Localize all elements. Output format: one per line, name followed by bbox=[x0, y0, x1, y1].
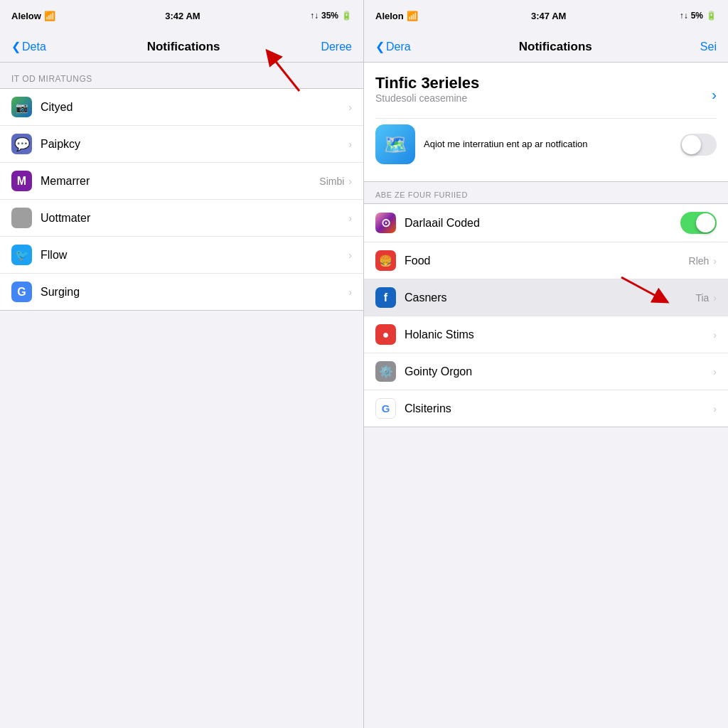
left-battery-icon: 🔋 bbox=[341, 11, 352, 21]
cityapp-label: Cityed bbox=[41, 101, 348, 114]
holanic-chevron-icon: › bbox=[713, 329, 717, 341]
list-item[interactable]: G Surging › bbox=[0, 274, 363, 310]
right-section-label: ABE ZE FOUR FURIIED bbox=[364, 182, 728, 203]
memarrer-badge: Simbi bbox=[319, 176, 344, 187]
fllow-label: Fllow bbox=[41, 249, 348, 262]
food-icon: 🍔 bbox=[375, 250, 396, 271]
right-carrier: Alelon bbox=[375, 11, 404, 21]
memarrer-label: Memarrer bbox=[41, 175, 319, 188]
right-back-label: Dera bbox=[386, 41, 411, 53]
surging-icon: G bbox=[11, 282, 32, 302]
list-item[interactable]: G Clsiterins › bbox=[364, 390, 728, 427]
right-wifi-icon: 📶 bbox=[407, 11, 418, 21]
left-chevron-icon: ❮ bbox=[11, 40, 21, 53]
left-section-header: IT OD MIRATUNGS bbox=[0, 63, 363, 88]
app-title-chevron-icon[interactable]: › bbox=[712, 87, 717, 103]
surging-chevron-icon: › bbox=[348, 287, 352, 298]
left-status-bar: Alelow 📶 3:42 AM ↑↓ 35% 🔋 bbox=[0, 0, 363, 31]
left-status-left: Alelow 📶 bbox=[11, 11, 55, 21]
list-item[interactable]: f Casners Tia › bbox=[364, 279, 728, 316]
right-back-button[interactable]: ❮ Dera bbox=[375, 40, 411, 53]
left-action-button[interactable]: Deree bbox=[321, 41, 352, 53]
left-back-label: Deta bbox=[22, 41, 46, 53]
darlaail-icon: ⊙ bbox=[375, 213, 396, 233]
list-item[interactable]: Uottmater › bbox=[0, 200, 363, 237]
list-item[interactable]: ⊙ Darlaail Coded bbox=[364, 204, 728, 242]
holanic-label: Holanic Stims bbox=[405, 328, 713, 341]
right-status-right: ↑↓ 5% 🔋 bbox=[680, 11, 717, 21]
gointy-label: Gointy Orgon bbox=[405, 365, 713, 378]
uottmater-chevron-icon: › bbox=[348, 213, 352, 224]
holanic-icon: ● bbox=[375, 324, 396, 345]
clsiterins-icon: G bbox=[375, 398, 396, 419]
list-item[interactable]: M Memarrer Simbi › bbox=[0, 163, 363, 200]
right-chevron-icon: ❮ bbox=[375, 40, 385, 53]
app-main-title: Tinfic 3erieles bbox=[375, 74, 479, 92]
right-status-time: 3:47 AM bbox=[531, 11, 566, 21]
right-signal-icon: ↑↓ bbox=[680, 11, 688, 21]
darlaail-toggle[interactable] bbox=[680, 212, 717, 234]
casners-icon: f bbox=[375, 287, 396, 308]
left-wifi-icon: 📶 bbox=[44, 11, 55, 21]
uottmater-icon bbox=[11, 208, 32, 228]
clsiterins-label: Clsiterins bbox=[405, 402, 713, 415]
cityapp-icon: 📷 bbox=[11, 97, 32, 117]
toggle-knob bbox=[682, 135, 701, 154]
right-status-bar: Alelon 📶 3:47 AM ↑↓ 5% 🔋 bbox=[364, 0, 728, 31]
casners-label: Casners bbox=[405, 291, 695, 304]
memarrer-chevron-icon: › bbox=[348, 176, 352, 187]
right-status-left: Alelon 📶 bbox=[375, 11, 418, 21]
left-app-list: 📷 Cityed › 💬 Paipkcy › M Memarrer Simbi … bbox=[0, 88, 363, 311]
papkcy-chevron-icon: › bbox=[348, 139, 352, 150]
app-main-title-wrapper: Tinfic 3erieles Studesoli ceasemine bbox=[375, 74, 479, 115]
app-title-row: Tinfic 3erieles Studesoli ceasemine › bbox=[375, 74, 717, 115]
food-chevron-icon: › bbox=[713, 255, 717, 267]
list-item[interactable]: ⚙️ Gointy Orgon › bbox=[364, 353, 728, 390]
left-status-right: ↑↓ 35% 🔋 bbox=[310, 11, 352, 21]
fllow-chevron-icon: › bbox=[348, 250, 352, 261]
right-app-list: ⊙ Darlaail Coded 🍔 Food Rleh › f Casners… bbox=[364, 203, 728, 427]
gointy-icon: ⚙️ bbox=[375, 361, 396, 382]
right-nav-title: Notifications bbox=[519, 40, 592, 54]
list-item[interactable]: 📷 Cityed › bbox=[0, 89, 363, 126]
left-battery: 35% bbox=[321, 11, 338, 21]
gointy-chevron-icon: › bbox=[713, 366, 717, 378]
left-signal-icon: ↑↓ bbox=[310, 11, 318, 21]
papkcy-icon: 💬 bbox=[11, 134, 32, 154]
cityapp-chevron-icon: › bbox=[348, 102, 352, 113]
uottmater-label: Uottmater bbox=[41, 212, 348, 225]
papkcy-label: Paipkcy bbox=[41, 138, 348, 151]
clsiterins-chevron-icon: › bbox=[713, 403, 717, 414]
left-nav-title: Notifications bbox=[147, 40, 220, 54]
casners-chevron-icon: › bbox=[713, 292, 717, 304]
app-allow-row: 🗺️ Aqiot me interratiun ent ap ar notfic… bbox=[375, 118, 717, 170]
surging-label: Surging bbox=[41, 286, 348, 299]
fllow-icon: 🐦 bbox=[11, 245, 32, 265]
app-allow-toggle[interactable] bbox=[680, 134, 717, 156]
list-item[interactable]: 🐦 Fllow › bbox=[0, 237, 363, 274]
right-phone-panel: Alelon 📶 3:47 AM ↑↓ 5% 🔋 ❮ Dera Notifica… bbox=[364, 0, 728, 728]
list-item[interactable]: 💬 Paipkcy › bbox=[0, 126, 363, 163]
memarrer-icon: M bbox=[11, 171, 32, 191]
right-action-button[interactable]: Sei bbox=[700, 41, 717, 53]
left-nav-bar: ❮ Deta Notifications Deree bbox=[0, 31, 363, 63]
left-phone-panel: Alelow 📶 3:42 AM ↑↓ 35% 🔋 ❮ Deta Notific… bbox=[0, 0, 364, 728]
darlaail-label: Darlaail Coded bbox=[405, 217, 680, 230]
casners-badge: Tia bbox=[695, 292, 709, 304]
right-battery: 5% bbox=[691, 11, 703, 21]
right-nav-bar: ❮ Dera Notifications Sei bbox=[364, 31, 728, 63]
food-badge: Rleh bbox=[689, 255, 710, 267]
left-carrier: Alelow bbox=[11, 11, 41, 21]
right-battery-icon: 🔋 bbox=[706, 11, 717, 21]
app-header-section: Tinfic 3erieles Studesoli ceasemine › 🗺️… bbox=[364, 63, 728, 182]
list-item[interactable]: 🍔 Food Rleh › bbox=[364, 242, 728, 279]
list-item[interactable]: ● Holanic Stims › bbox=[364, 316, 728, 353]
app-allow-text: Aqiot me interratiun ent ap ar notficati… bbox=[424, 138, 680, 151]
app-subtitle: Studesoli ceasemine bbox=[375, 92, 479, 104]
food-label: Food bbox=[405, 255, 689, 267]
left-status-time: 3:42 AM bbox=[165, 11, 200, 21]
app-large-icon: 🗺️ bbox=[375, 124, 415, 164]
left-back-button[interactable]: ❮ Deta bbox=[11, 40, 46, 53]
darlaail-toggle-knob bbox=[696, 213, 715, 232]
